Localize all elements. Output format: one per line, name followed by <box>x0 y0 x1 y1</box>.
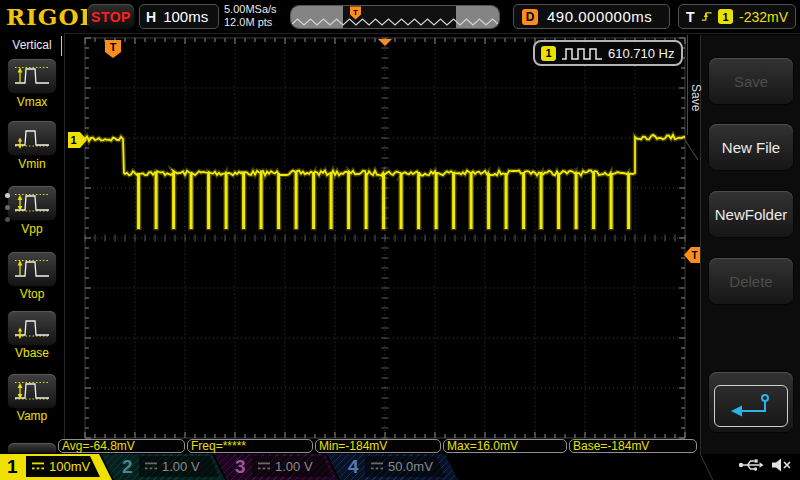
measurement-avg: Avg=-64.8mV <box>58 439 185 453</box>
svg-text:1: 1 <box>70 134 76 146</box>
sidebar-item-vbase-label: Vbase <box>0 346 64 360</box>
sidebar-tab-indicator <box>61 36 62 56</box>
menu-button-back[interactable] <box>709 372 793 432</box>
memory-depth: 12.0M pts <box>224 16 277 29</box>
channel-4-scale: 50.0mV <box>365 456 445 477</box>
channel-1-number: 1 <box>7 454 18 480</box>
dc-coupling-icon <box>371 462 383 471</box>
measurement-base: Base=-184mV <box>569 439 697 453</box>
run-state-badge: STOP <box>88 4 134 29</box>
timebase-readout: H 100ms <box>139 4 219 29</box>
waveform-preview-strip: T <box>290 5 500 29</box>
channel-2-tab[interactable]: 2 1.00 V <box>101 454 225 480</box>
sidebar-item-vmin[interactable] <box>8 121 56 155</box>
channel-3-volts: 1.00 V <box>275 459 313 474</box>
channel-2-number: 2 <box>122 454 133 480</box>
speaker-muted-icon <box>771 457 792 473</box>
freq-value: 610.710 Hz <box>608 46 675 61</box>
trigger-label: T <box>686 9 695 25</box>
sidebar-title: Vertical <box>0 38 64 52</box>
usb-icon <box>738 457 764 473</box>
measurement-max: Max=16.0mV <box>443 439 567 453</box>
sidebar-item-vmin-label: Vmin <box>0 157 64 171</box>
frequency-counter: 1 610.710 Hz <box>533 40 683 66</box>
svg-text:T: T <box>353 8 358 17</box>
header-bar: RIGOL STOP H 100ms 5.00MSa/s 12.0M pts T… <box>0 0 800 34</box>
channel-1-volts: 100mV <box>49 459 90 474</box>
freq-channel-badge: 1 <box>541 46 556 61</box>
rigol-logo: RIGOL <box>6 3 97 30</box>
vmin-icon <box>13 125 51 151</box>
sidebar-item-vamp[interactable] <box>8 374 56 408</box>
status-icons <box>738 457 792 473</box>
trigger-source-badge: 1 <box>718 9 733 24</box>
channel-3-tab[interactable]: 3 1.00 V <box>214 454 338 480</box>
page-dot-2 <box>5 205 10 210</box>
vpp-icon <box>13 190 51 216</box>
sidebar-item-vamp-label: Vamp <box>0 409 64 423</box>
channel-4-volts: 50.0mV <box>388 459 433 474</box>
sidebar-item-vtop[interactable] <box>8 252 56 286</box>
ch1-waveform-core <box>85 135 685 228</box>
return-arrow-icon <box>727 391 775 421</box>
channel-3-scale: 1.00 V <box>252 456 332 477</box>
dc-coupling-icon <box>145 462 157 471</box>
sidebar-item-partial[interactable] <box>8 443 56 453</box>
channel-status-bar: 1 100mV 2 1.00 V 3 1.00 V <box>0 454 800 480</box>
bar-separator <box>700 454 714 480</box>
vbase-icon <box>13 315 51 341</box>
ch1-level-marker: 1 <box>68 132 87 148</box>
delay-readout: D 490.000000ms <box>513 4 670 29</box>
svg-text:T: T <box>110 41 117 53</box>
back-button-inner <box>714 385 788 427</box>
vmax-icon <box>13 63 51 89</box>
vamp-icon <box>13 378 51 404</box>
channel-2-volts: 1.00 V <box>162 459 200 474</box>
measure-sidebar: Vertical Vmax Vmin Vpp <box>0 33 65 454</box>
trigger-readout: T 1 -232mV <box>678 4 796 29</box>
page-dot-3 <box>5 217 10 222</box>
delay-value: 490.000000ms <box>547 8 652 25</box>
sidebar-item-vbase[interactable] <box>8 311 56 345</box>
menu-button-save[interactable]: Save <box>709 58 793 104</box>
acquisition-readout: 5.00MSa/s 12.0M pts <box>224 3 277 29</box>
vtop-icon <box>13 256 51 282</box>
horizontal-center-marker <box>378 39 392 46</box>
sidebar-item-vmax[interactable] <box>8 59 56 93</box>
svg-text:T: T <box>691 250 697 261</box>
menu-button-new-file[interactable]: New File <box>709 124 793 170</box>
preview-wave-icon: T <box>291 6 499 28</box>
menu-button-delete[interactable]: Delete <box>709 258 793 304</box>
menu-button-new-folder[interactable]: NewFolder <box>709 191 793 237</box>
channel-4-number: 4 <box>348 454 359 480</box>
preview-trigger-marker: T <box>350 7 361 20</box>
scope-display: T1T <box>0 0 800 480</box>
channel-2-scale: 1.00 V <box>139 456 219 477</box>
page-dot-1 <box>5 193 10 198</box>
trigger-level-marker: T <box>684 247 700 263</box>
timebase-label: H <box>146 9 156 25</box>
trigger-level-value: -232mV <box>739 9 788 25</box>
channel-4-tab[interactable]: 4 50.0mV <box>327 454 458 480</box>
sample-rate: 5.00MSa/s <box>224 3 277 16</box>
measurement-min: Min=-184mV <box>315 439 441 453</box>
dc-coupling-icon <box>32 462 44 471</box>
trigger-position-marker: T <box>105 40 121 58</box>
soft-menu: Save Save New File NewFolder Delete <box>700 35 800 454</box>
channel-3-number: 3 <box>235 454 246 480</box>
sidebar-item-vmax-label: Vmax <box>0 95 64 109</box>
menu-tab-title: Save <box>688 60 703 136</box>
measurement-freq: Freq=***** <box>187 439 313 453</box>
channel-1-scale: 100mV <box>26 456 100 477</box>
delay-badge: D <box>522 9 538 25</box>
timebase-value: 100ms <box>163 8 208 25</box>
edge-trigger-slope-icon <box>701 9 712 24</box>
dc-coupling-icon <box>258 462 270 471</box>
sidebar-item-vpp[interactable] <box>8 186 56 220</box>
sidebar-item-vtop-label: Vtop <box>0 287 64 301</box>
square-wave-icon <box>561 47 603 60</box>
channel-1-tab[interactable]: 1 100mV <box>0 454 113 480</box>
sidebar-item-vpp-label: Vpp <box>0 222 64 236</box>
